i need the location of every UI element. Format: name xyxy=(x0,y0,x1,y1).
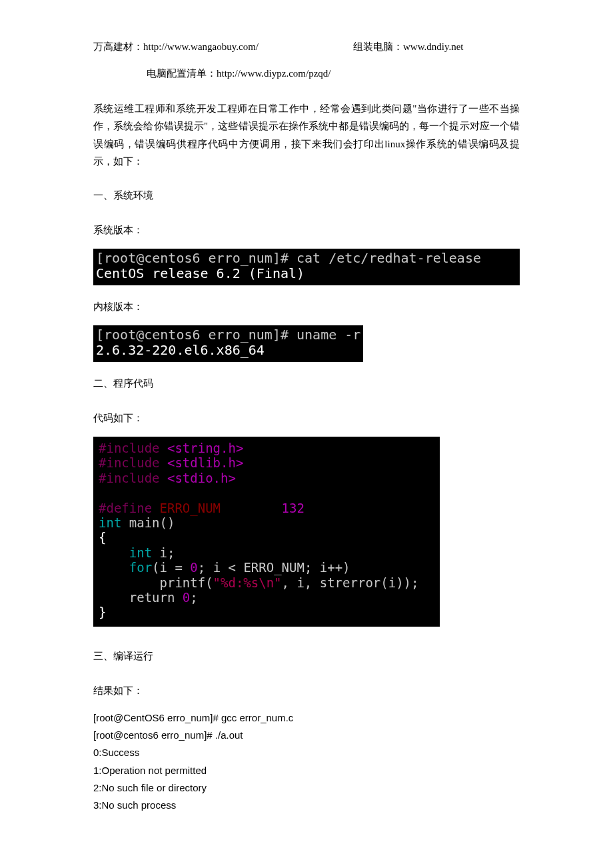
output-line: 2:No such file or directory xyxy=(93,779,520,797)
terminal-line: [root@centos6 erro_num]# cat /etc/redhat… xyxy=(96,250,481,266)
intro-paragraph: 系统运维工程师和系统开发工程师在日常工作中，经常会遇到此类问题"当你进行了一些不… xyxy=(93,100,520,170)
code-token: printf( xyxy=(160,575,213,590)
section-code-title: 二、程序代码 xyxy=(93,375,520,391)
code-token: i; xyxy=(152,545,175,560)
terminal-output-line: CentOS release 6.2 (Final) xyxy=(96,265,305,281)
code-token: <string.h> xyxy=(160,441,244,455)
code-token: ERRO_NUM xyxy=(160,501,221,515)
code-token: ; xyxy=(190,590,197,605)
kernel-version-label: 内核版本： xyxy=(93,299,520,315)
terminal-redhat-release: [root@centos6 erro_num]# cat /etc/redhat… xyxy=(93,249,520,285)
header-links: 万高建材：http://www.wangaobuy.com/ 组装电脑：www.… xyxy=(93,39,520,55)
terminal-line: [root@centos6 erro_num]# uname -r xyxy=(96,327,360,343)
compile-output: [root@CentOS6 erro_num]# gcc error_num.c… xyxy=(93,709,520,815)
code-label: 代码如下： xyxy=(93,410,520,426)
code-token: 0 xyxy=(183,590,190,605)
code-token: ; i < ERRO_NUM; i++) xyxy=(198,560,350,575)
code-token: "%d:%s\n" xyxy=(213,575,282,590)
code-token: <stdio.h> xyxy=(160,471,236,485)
code-token: int xyxy=(129,545,152,560)
output-line: [root@centos6 erro_num]# ./a.out xyxy=(93,727,520,744)
code-token: { xyxy=(99,530,106,545)
output-line: 3:No such process xyxy=(93,797,520,814)
section-env-title: 一、系统环境 xyxy=(93,187,520,203)
code-token: int xyxy=(99,515,121,530)
output-line: 0:Success xyxy=(93,744,520,761)
code-token: 0 xyxy=(190,560,197,575)
code-token: , i, strerror(i)); xyxy=(282,575,419,590)
code-token: } xyxy=(99,605,106,619)
code-token: for xyxy=(129,560,152,575)
result-label: 结果如下： xyxy=(93,683,520,699)
section-compile-title: 三、编译运行 xyxy=(93,648,520,664)
output-line: 1:Operation not permitted xyxy=(93,762,520,779)
header-center-link: 电脑配置清单：http://www.diypz.com/pzqd/ xyxy=(93,65,520,81)
output-line: [root@CentOS6 erro_num]# gcc error_num.c xyxy=(93,709,520,727)
code-token: #include xyxy=(99,441,160,455)
header-link-right: 组装电脑：www.dndiy.net xyxy=(260,39,520,55)
terminal-uname: [root@centos6 erro_num]# uname -r 2.6.32… xyxy=(93,325,363,362)
code-token: #define xyxy=(99,501,160,515)
code-token: return xyxy=(129,590,183,605)
code-token: main() xyxy=(121,515,175,530)
header-link-left: 万高建材：http://www.wangaobuy.com/ xyxy=(93,39,260,55)
c-source-code: #include <string.h> #include <stdlib.h> … xyxy=(93,437,440,627)
terminal-output-line: 2.6.32-220.el6.x86_64 xyxy=(96,342,265,358)
code-token: (i = xyxy=(152,560,190,575)
code-token: 132 xyxy=(282,501,305,515)
code-token: #include xyxy=(99,455,160,470)
code-token: <stdlib.h> xyxy=(160,455,244,470)
code-token: #include xyxy=(99,471,160,485)
sys-version-label: 系统版本： xyxy=(93,222,520,238)
